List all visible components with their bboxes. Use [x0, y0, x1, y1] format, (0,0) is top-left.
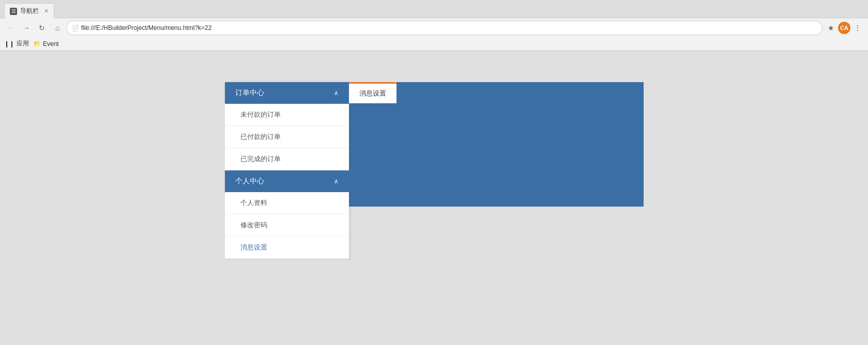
menu-item-unpaid[interactable]: 未付款的订单	[225, 104, 349, 126]
menu-container: 订单中心 ∧ 未付款的订单 已付款的订单 已完成的订单 个人中心 ∧	[225, 82, 644, 259]
tab-close-button[interactable]: ✕	[44, 8, 49, 14]
message-settings-label: 消息设置	[240, 243, 267, 251]
back-button[interactable]: ←	[4, 21, 18, 35]
menu-item-completed[interactable]: 已完成的订单	[225, 148, 349, 170]
address-bar[interactable]: 📄 file:///E:/HBuilderProject/Menu/menu.h…	[66, 21, 823, 35]
unpaid-label: 未付款的订单	[240, 111, 281, 118]
folder-icon: 📁	[33, 40, 41, 48]
event-label: Event	[43, 40, 59, 48]
bookmarks-apps[interactable]: ❙❙ 应用	[4, 39, 29, 48]
home-button[interactable]: ⌂	[51, 21, 64, 35]
order-center-header[interactable]: 订单中心 ∧	[225, 82, 349, 104]
content-area: 消息设置	[349, 82, 644, 207]
personal-center-chevron: ∧	[334, 178, 339, 185]
tab-bar: ☰ 导航栏 ✕	[0, 0, 868, 19]
browser-chrome: ☰ 导航栏 ✕ ← → ↻ ⌂ 📄 file:///E:/HBuilderPro…	[0, 0, 868, 51]
reload-button[interactable]: ↻	[35, 21, 49, 35]
bookmarks-bar: ❙❙ 应用 📁 Event	[0, 37, 868, 51]
personal-center-label: 个人中心	[235, 177, 264, 186]
menu-item-profile[interactable]: 个人资料	[225, 192, 349, 214]
tab-label: 导航栏	[20, 7, 39, 15]
menu-item-change-password[interactable]: 修改密码	[225, 214, 349, 237]
personal-center-header[interactable]: 个人中心 ∧	[225, 170, 349, 192]
page-content: 订单中心 ∧ 未付款的订单 已付款的订单 已完成的订单 个人中心 ∧	[0, 51, 868, 345]
paid-label: 已付款的订单	[240, 133, 281, 140]
sidebar-menu: 订单中心 ∧ 未付款的订单 已付款的订单 已完成的订单 个人中心 ∧	[225, 82, 349, 259]
order-center-chevron: ∧	[334, 89, 339, 97]
bookmark-icon[interactable]: ★	[825, 22, 837, 34]
menu-icon[interactable]: ⋮	[851, 22, 864, 34]
profile-label: 个人资料	[240, 199, 267, 207]
apps-label: 应用	[17, 39, 29, 48]
address-text: file:///E:/HBuilderProject/Menu/menu.htm…	[81, 24, 817, 32]
browser-tab[interactable]: ☰ 导航栏 ✕	[4, 3, 54, 19]
bookmarks-event[interactable]: 📁 Event	[33, 40, 59, 48]
tab-message-settings-label: 消息设置	[359, 89, 386, 97]
apps-icon: ❙❙	[4, 40, 14, 48]
menu-item-paid[interactable]: 已付款的订单	[225, 126, 349, 148]
tab-favicon: ☰	[10, 8, 17, 15]
address-icon: 📄	[72, 25, 79, 32]
forward-button[interactable]: →	[20, 21, 33, 35]
nav-right-icons: ★ CA ⋮	[825, 22, 864, 34]
change-password-label: 修改密码	[240, 221, 267, 229]
menu-item-message-settings[interactable]: 消息设置	[225, 237, 349, 259]
content-tabs: 消息设置	[349, 82, 644, 103]
tab-message-settings[interactable]: 消息设置	[349, 82, 397, 103]
order-center-label: 订单中心	[235, 88, 264, 98]
order-center-items: 未付款的订单 已付款的订单 已完成的订单	[225, 104, 349, 170]
content-body	[349, 103, 644, 207]
personal-center-items: 个人资料 修改密码 消息设置	[225, 192, 349, 259]
profile-icon[interactable]: CA	[838, 22, 850, 34]
nav-bar: ← → ↻ ⌂ 📄 file:///E:/HBuilderProject/Men…	[0, 19, 868, 37]
completed-label: 已完成的订单	[240, 155, 281, 163]
